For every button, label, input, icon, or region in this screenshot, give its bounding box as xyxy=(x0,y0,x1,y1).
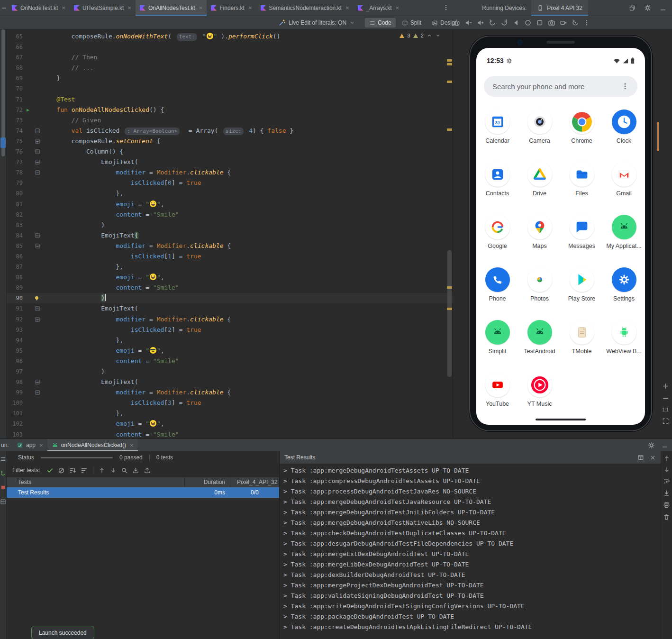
code-line[interactable]: 90 ) xyxy=(7,293,453,303)
editor-tab-arrays-kt[interactable]: _Arrays.kt× xyxy=(354,0,404,16)
code-line[interactable]: 102 emoji = "", xyxy=(7,419,453,429)
live-edit-control[interactable]: Live Edit of literals: ON xyxy=(279,16,355,29)
fold-icon[interactable]: − xyxy=(35,128,40,133)
code-line[interactable]: 95 emoji = "", xyxy=(7,346,453,356)
close-tab-icon[interactable]: × xyxy=(62,5,65,11)
device-tab-pixel-4-api-32[interactable]: Pixel 4 API 32 xyxy=(531,0,588,16)
app-shortcut-maps[interactable]: Maps xyxy=(518,215,561,267)
code-line[interactable]: 68 // ... xyxy=(7,63,453,73)
more-icon[interactable] xyxy=(583,19,590,26)
close-tab-icon[interactable]: × xyxy=(396,5,400,11)
fold-icon[interactable]: − xyxy=(35,317,40,322)
editor-tab-finders-kt[interactable]: Finders.kt× xyxy=(207,0,256,16)
import-tests-icon[interactable] xyxy=(131,466,141,475)
code-line[interactable]: 82 content = "Smile" xyxy=(7,210,453,220)
previous-occurrence-icon[interactable] xyxy=(97,466,107,475)
code-line[interactable]: 80 }, xyxy=(7,188,453,199)
clear-all-icon[interactable] xyxy=(663,513,670,520)
fold-icon[interactable]: − xyxy=(35,139,40,144)
tab-overflow-icon[interactable] xyxy=(443,4,449,12)
code-line[interactable]: 101 }, xyxy=(7,408,453,419)
editor-tab-onnodetest-kt[interactable]: OnNodeTest.kt× xyxy=(8,0,70,16)
overview-icon[interactable] xyxy=(536,19,544,27)
hide-run-panel-icon[interactable] xyxy=(662,442,668,448)
test-history-icon[interactable] xyxy=(119,466,130,475)
hide-panel-icon[interactable] xyxy=(660,5,666,11)
rotate-right-icon[interactable] xyxy=(500,19,508,27)
app-shortcut-gmail[interactable]: Gmail xyxy=(603,162,645,215)
app-shortcut-photos[interactable]: Photos xyxy=(518,267,561,320)
fold-icon[interactable]: − xyxy=(35,149,40,154)
scroll-up-icon[interactable] xyxy=(663,455,670,462)
next-occurrence-icon[interactable] xyxy=(108,466,118,475)
code-line[interactable]: 75− composeRule.setContent { xyxy=(7,136,453,146)
code-line[interactable]: 72▶ fun onNodeAllNodesClicked() { xyxy=(7,105,453,115)
app-shortcut-webview-b[interactable]: WebView B... xyxy=(603,320,645,373)
fold-icon[interactable]: − xyxy=(35,170,40,175)
app-shortcut-camera[interactable]: Camera xyxy=(518,110,561,162)
app-shortcut-drive[interactable]: Drive xyxy=(518,162,561,215)
app-shortcut-files[interactable]: Files xyxy=(561,162,603,215)
record-icon[interactable] xyxy=(560,19,567,27)
console-output[interactable]: > Task :app:mergeDebugAndroidTestAssets … xyxy=(280,464,661,639)
code-editor[interactable]: 65 composeRule.onNodeWithText( text: "" … xyxy=(7,29,453,438)
code-line[interactable]: 89 content = "Smile" xyxy=(7,283,453,293)
run-settings-icon[interactable] xyxy=(648,442,655,449)
app-shortcut-messages[interactable]: Messages xyxy=(561,215,603,267)
code-line[interactable]: 91− EmojiText( xyxy=(7,303,453,314)
code-line[interactable]: 88 emoji = "", xyxy=(7,272,453,283)
app-shortcut-google[interactable]: Google xyxy=(476,215,518,267)
app-shortcut-youtube[interactable]: YouTube xyxy=(476,373,518,425)
fold-icon[interactable]: − xyxy=(35,380,40,384)
fold-icon[interactable]: − xyxy=(35,306,40,311)
export-tests-icon[interactable] xyxy=(142,466,153,475)
volume-down-icon[interactable] xyxy=(465,19,472,27)
snapshot-icon[interactable] xyxy=(572,19,579,27)
change-view-layout-icon[interactable] xyxy=(637,454,644,461)
close-tab-icon[interactable]: × xyxy=(199,5,203,11)
lightbulb-icon[interactable] xyxy=(34,295,40,301)
editor-tab-uitestsample-kt[interactable]: UITestSample.kt× xyxy=(70,0,136,16)
code-line[interactable]: 70 xyxy=(7,83,453,94)
print-icon[interactable] xyxy=(663,502,670,509)
close-tab-icon[interactable]: × xyxy=(127,5,131,11)
fold-icon[interactable]: − xyxy=(35,233,40,238)
col-duration[interactable]: Duration xyxy=(184,477,230,487)
code-line[interactable]: 94 }, xyxy=(7,335,453,346)
view-mode-split[interactable]: Split xyxy=(398,18,426,27)
zoom-fit-icon[interactable] xyxy=(662,418,669,425)
inspections-widget[interactable]: 3 2 xyxy=(396,32,444,39)
code-line[interactable]: 97 ) xyxy=(7,366,453,377)
code-line[interactable]: 93 isClicked[2] = true xyxy=(7,325,453,335)
app-shortcut-chrome[interactable]: Chrome xyxy=(561,110,603,162)
code-line[interactable]: 87 }, xyxy=(7,262,453,272)
soft-wrap-icon[interactable] xyxy=(663,478,670,485)
col-tests[interactable]: Tests xyxy=(7,479,184,485)
back-icon[interactable] xyxy=(512,19,520,27)
settings-gear-icon[interactable] xyxy=(644,4,651,11)
code-line[interactable]: 84− EmojiText( xyxy=(7,230,453,241)
editor-tab-semanticsnodeinteraction-kt[interactable]: SemanticsNodeInteraction.kt× xyxy=(256,0,354,16)
fold-icon[interactable]: − xyxy=(35,390,40,395)
scroll-down-icon[interactable] xyxy=(663,466,670,473)
view-mode-code[interactable]: Code xyxy=(365,18,396,27)
close-tab-icon[interactable]: × xyxy=(39,442,43,448)
code-line[interactable]: 96 content = "Smile" xyxy=(7,356,453,366)
code-line[interactable]: 74− val isClicked : Array<Boolean> = Arr… xyxy=(7,126,453,136)
structure-icon[interactable] xyxy=(0,456,6,462)
rerun-icon[interactable] xyxy=(0,470,6,476)
fold-icon[interactable]: − xyxy=(35,160,40,164)
device-screen[interactable]: 12:53 Search your phone and more 31Calen… xyxy=(476,48,645,425)
app-shortcut-play-store[interactable]: Play Store xyxy=(561,267,603,320)
close-console-icon[interactable] xyxy=(650,455,656,461)
float-window-icon[interactable] xyxy=(629,5,636,11)
app-shortcut-simplit[interactable]: Simplit xyxy=(476,320,518,373)
close-tab-icon[interactable]: × xyxy=(345,5,349,11)
code-line[interactable]: 103 content = "Smile" xyxy=(7,429,453,438)
volume-up-icon[interactable] xyxy=(477,19,484,27)
close-tab-icon[interactable]: × xyxy=(248,5,252,11)
app-shortcut-my-applicat[interactable]: My Applicat... xyxy=(603,215,645,267)
search-bar[interactable]: Search your phone and more xyxy=(484,76,637,97)
zoom-in-icon[interactable] xyxy=(662,383,669,390)
sort-by-duration-icon[interactable] xyxy=(79,466,90,475)
